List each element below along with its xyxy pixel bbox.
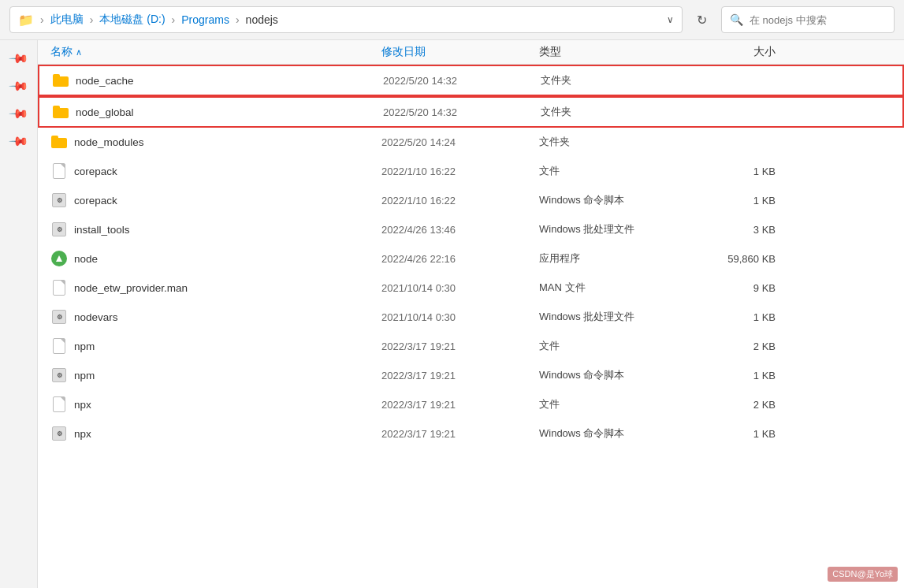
file-name: nodevars bbox=[74, 311, 381, 323]
left-sidebar: 📌 📌 📌 📌 bbox=[0, 40, 38, 588]
file-date: 2022/4/26 13:46 bbox=[381, 224, 539, 236]
file-size: 9 KB bbox=[697, 282, 776, 294]
breadcrumb-sep-3: › bbox=[236, 13, 240, 26]
file-size: 3 KB bbox=[697, 224, 776, 236]
pin-icon-3[interactable]: 📌 bbox=[3, 99, 34, 129]
file-date: 2022/1/10 16:22 bbox=[381, 166, 539, 177]
file-area: 名称 ∧ 修改日期 类型 大小 node_cache 2022/5/20 14:… bbox=[38, 40, 904, 588]
file-date: 2022/1/10 16:22 bbox=[381, 195, 539, 207]
breadcrumb-area[interactable]: 📁 › 此电脑 › 本地磁盘 (D:) › Programs › nodejs … bbox=[9, 6, 683, 33]
breadcrumb-drive[interactable]: 本地磁盘 (D:) bbox=[99, 13, 165, 27]
file-type: 文件 bbox=[539, 339, 697, 353]
table-row[interactable]: npm 2022/3/17 19:21 文件 2 KB bbox=[38, 332, 904, 361]
file-date: 2021/10/14 0:30 bbox=[381, 282, 539, 294]
table-row[interactable]: node 2022/4/26 22:16 应用程序 59,860 KB bbox=[38, 244, 904, 274]
breadcrumb-programs[interactable]: Programs bbox=[181, 13, 229, 26]
breadcrumb-sep-1: › bbox=[90, 13, 94, 26]
file-size: 2 KB bbox=[697, 341, 776, 352]
file-type: MAN 文件 bbox=[539, 281, 697, 295]
file-type: 文件 bbox=[539, 164, 697, 178]
folder-icon bbox=[52, 72, 69, 89]
table-row[interactable]: node_cache 2022/5/20 14:32 文件夹 bbox=[38, 65, 904, 96]
file-name: npm bbox=[74, 341, 381, 352]
breadcrumb-sep-2: › bbox=[172, 13, 176, 26]
file-icon bbox=[50, 337, 68, 355]
file-type: 文件夹 bbox=[541, 105, 698, 119]
file-size: 2 KB bbox=[697, 399, 776, 411]
breadcrumb-sep-0: › bbox=[40, 13, 44, 26]
pin-icon-1[interactable]: 📌 bbox=[3, 43, 34, 74]
file-date: 2022/3/17 19:21 bbox=[381, 370, 539, 381]
breadcrumb-nodejs: nodejs bbox=[246, 13, 278, 26]
refresh-button[interactable]: ↻ bbox=[690, 9, 713, 31]
folder-icon bbox=[52, 103, 69, 121]
file-name: npx bbox=[74, 428, 381, 440]
csdn-badge: CSDN@是Yo球 bbox=[828, 567, 898, 582]
col-header-date[interactable]: 修改日期 bbox=[381, 45, 539, 59]
col-header-name[interactable]: 名称 ∧ bbox=[50, 45, 381, 59]
breadcrumb-dropdown-icon[interactable]: ∨ bbox=[667, 14, 674, 25]
pin-icon-2[interactable]: 📌 bbox=[3, 71, 34, 102]
folder-icon: 📁 bbox=[18, 13, 34, 28]
cmd-icon: ⚙ bbox=[50, 192, 68, 209]
app-icon bbox=[50, 250, 68, 267]
file-type: 文件夹 bbox=[541, 73, 698, 87]
file-size: 1 KB bbox=[697, 166, 776, 177]
file-name: node_global bbox=[76, 106, 383, 118]
file-name: npx bbox=[74, 399, 381, 411]
search-icon: 🔍 bbox=[730, 13, 743, 26]
file-date: 2022/5/20 14:32 bbox=[383, 106, 541, 118]
file-type: 文件 bbox=[539, 397, 697, 411]
breadcrumb-this-pc[interactable]: 此电脑 bbox=[50, 13, 84, 27]
file-date: 2022/3/17 19:21 bbox=[381, 399, 539, 411]
file-type: Windows 批处理文件 bbox=[539, 222, 697, 236]
file-icon bbox=[50, 162, 68, 180]
file-date: 2021/10/14 0:30 bbox=[381, 311, 539, 323]
table-row[interactable]: ⚙ npm 2022/3/17 19:21 Windows 命令脚本 1 KB bbox=[38, 361, 904, 390]
file-date: 2022/5/20 14:24 bbox=[381, 136, 539, 148]
sort-arrow-icon: ∧ bbox=[76, 47, 82, 58]
table-row[interactable]: ⚙ npx 2022/3/17 19:21 Windows 命令脚本 1 KB bbox=[38, 419, 904, 448]
table-row[interactable]: corepack 2022/1/10 16:22 文件 1 KB bbox=[38, 157, 904, 186]
table-row[interactable]: npx 2022/3/17 19:21 文件 2 KB bbox=[38, 390, 904, 419]
file-list: node_cache 2022/5/20 14:32 文件夹 node_glob… bbox=[38, 65, 904, 588]
pin-icon-4[interactable]: 📌 bbox=[3, 126, 34, 157]
file-name: npm bbox=[74, 370, 381, 381]
file-name: corepack bbox=[74, 195, 381, 207]
table-row[interactable]: node_modules 2022/5/20 14:24 文件夹 bbox=[38, 128, 904, 157]
file-explorer-window: 📁 › 此电脑 › 本地磁盘 (D:) › Programs › nodejs … bbox=[0, 0, 904, 588]
file-name: install_tools bbox=[74, 224, 381, 236]
table-row[interactable]: ⚙ install_tools 2022/4/26 13:46 Windows … bbox=[38, 215, 904, 244]
column-headers: 名称 ∧ 修改日期 类型 大小 bbox=[38, 40, 904, 65]
col-header-type[interactable]: 类型 bbox=[539, 45, 697, 59]
file-name: node bbox=[74, 253, 381, 265]
file-size: 1 KB bbox=[697, 195, 776, 207]
file-date: 2022/4/26 22:16 bbox=[381, 253, 539, 265]
cmd-icon: ⚙ bbox=[50, 221, 68, 238]
file-size: 1 KB bbox=[697, 370, 776, 381]
col-header-size[interactable]: 大小 bbox=[697, 45, 776, 59]
file-type: 文件夹 bbox=[539, 135, 697, 149]
file-type: Windows 命令脚本 bbox=[539, 193, 697, 207]
file-type: Windows 批处理文件 bbox=[539, 310, 697, 324]
table-row[interactable]: ⚙ corepack 2022/1/10 16:22 Windows 命令脚本 … bbox=[38, 186, 904, 215]
cmd-icon: ⚙ bbox=[50, 367, 68, 384]
file-type: Windows 命令脚本 bbox=[539, 426, 697, 441]
file-icon bbox=[50, 279, 68, 296]
top-bar: 📁 › 此电脑 › 本地磁盘 (D:) › Programs › nodejs … bbox=[0, 0, 904, 40]
file-name: node_modules bbox=[74, 136, 381, 148]
file-date: 2022/3/17 19:21 bbox=[381, 341, 539, 352]
file-icon bbox=[50, 396, 68, 413]
file-name: node_cache bbox=[76, 75, 383, 87]
table-row[interactable]: node_etw_provider.man 2021/10/14 0:30 MA… bbox=[38, 274, 904, 303]
table-row[interactable]: ⚙ nodevars 2021/10/14 0:30 Windows 批处理文件… bbox=[38, 303, 904, 332]
search-area[interactable]: 🔍 bbox=[721, 6, 895, 33]
file-type: Windows 命令脚本 bbox=[539, 368, 697, 382]
cmd-icon: ⚙ bbox=[50, 425, 68, 442]
file-size: 1 KB bbox=[697, 428, 776, 440]
file-size: 59,860 KB bbox=[697, 253, 776, 265]
file-date: 2022/5/20 14:32 bbox=[383, 75, 541, 87]
search-input[interactable] bbox=[750, 14, 876, 26]
file-name: node_etw_provider.man bbox=[74, 282, 381, 294]
table-row[interactable]: node_global 2022/5/20 14:32 文件夹 bbox=[38, 96, 904, 128]
